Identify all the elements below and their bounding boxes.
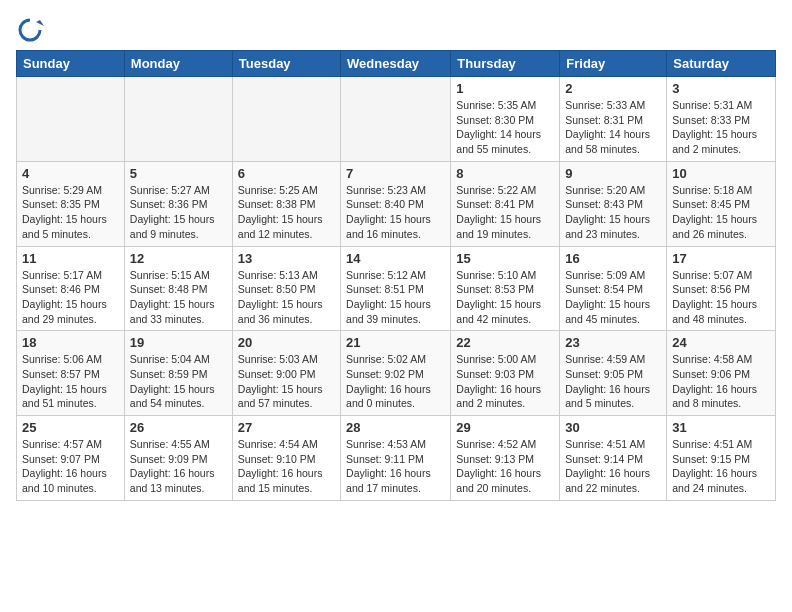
day-info: Sunrise: 5:20 AMSunset: 8:43 PMDaylight:…: [565, 183, 661, 242]
weekday-header-tuesday: Tuesday: [232, 51, 340, 77]
day-info: Sunrise: 5:12 AMSunset: 8:51 PMDaylight:…: [346, 268, 445, 327]
calendar-cell: 28Sunrise: 4:53 AMSunset: 9:11 PMDayligh…: [341, 416, 451, 501]
day-number: 17: [672, 251, 770, 266]
calendar-cell: 15Sunrise: 5:10 AMSunset: 8:53 PMDayligh…: [451, 246, 560, 331]
calendar-cell: 27Sunrise: 4:54 AMSunset: 9:10 PMDayligh…: [232, 416, 340, 501]
day-info: Sunrise: 4:57 AMSunset: 9:07 PMDaylight:…: [22, 437, 119, 496]
day-number: 2: [565, 81, 661, 96]
weekday-header-monday: Monday: [124, 51, 232, 77]
calendar-cell: 14Sunrise: 5:12 AMSunset: 8:51 PMDayligh…: [341, 246, 451, 331]
day-number: 20: [238, 335, 335, 350]
day-info: Sunrise: 5:03 AMSunset: 9:00 PMDaylight:…: [238, 352, 335, 411]
day-info: Sunrise: 5:09 AMSunset: 8:54 PMDaylight:…: [565, 268, 661, 327]
day-info: Sunrise: 5:29 AMSunset: 8:35 PMDaylight:…: [22, 183, 119, 242]
day-number: 22: [456, 335, 554, 350]
calendar-cell: 26Sunrise: 4:55 AMSunset: 9:09 PMDayligh…: [124, 416, 232, 501]
day-number: 15: [456, 251, 554, 266]
day-info: Sunrise: 4:59 AMSunset: 9:05 PMDaylight:…: [565, 352, 661, 411]
day-info: Sunrise: 5:25 AMSunset: 8:38 PMDaylight:…: [238, 183, 335, 242]
calendar-cell: 12Sunrise: 5:15 AMSunset: 8:48 PMDayligh…: [124, 246, 232, 331]
week-row-2: 4Sunrise: 5:29 AMSunset: 8:35 PMDaylight…: [17, 161, 776, 246]
day-number: 31: [672, 420, 770, 435]
day-number: 19: [130, 335, 227, 350]
weekday-header-sunday: Sunday: [17, 51, 125, 77]
calendar-cell: 13Sunrise: 5:13 AMSunset: 8:50 PMDayligh…: [232, 246, 340, 331]
calendar-cell: 10Sunrise: 5:18 AMSunset: 8:45 PMDayligh…: [667, 161, 776, 246]
day-number: 6: [238, 166, 335, 181]
calendar-cell: 4Sunrise: 5:29 AMSunset: 8:35 PMDaylight…: [17, 161, 125, 246]
calendar-cell: [124, 77, 232, 162]
weekday-header-saturday: Saturday: [667, 51, 776, 77]
day-info: Sunrise: 5:17 AMSunset: 8:46 PMDaylight:…: [22, 268, 119, 327]
day-number: 11: [22, 251, 119, 266]
day-number: 30: [565, 420, 661, 435]
day-info: Sunrise: 5:22 AMSunset: 8:41 PMDaylight:…: [456, 183, 554, 242]
day-info: Sunrise: 4:58 AMSunset: 9:06 PMDaylight:…: [672, 352, 770, 411]
calendar-cell: 8Sunrise: 5:22 AMSunset: 8:41 PMDaylight…: [451, 161, 560, 246]
day-info: Sunrise: 5:10 AMSunset: 8:53 PMDaylight:…: [456, 268, 554, 327]
day-info: Sunrise: 4:53 AMSunset: 9:11 PMDaylight:…: [346, 437, 445, 496]
calendar-cell: 29Sunrise: 4:52 AMSunset: 9:13 PMDayligh…: [451, 416, 560, 501]
day-number: 13: [238, 251, 335, 266]
day-number: 7: [346, 166, 445, 181]
day-info: Sunrise: 5:02 AMSunset: 9:02 PMDaylight:…: [346, 352, 445, 411]
weekday-header-row: SundayMondayTuesdayWednesdayThursdayFrid…: [17, 51, 776, 77]
page-header: [16, 16, 776, 44]
calendar-cell: [232, 77, 340, 162]
day-info: Sunrise: 5:33 AMSunset: 8:31 PMDaylight:…: [565, 98, 661, 157]
calendar-cell: 31Sunrise: 4:51 AMSunset: 9:15 PMDayligh…: [667, 416, 776, 501]
calendar-cell: 23Sunrise: 4:59 AMSunset: 9:05 PMDayligh…: [560, 331, 667, 416]
calendar-cell: 18Sunrise: 5:06 AMSunset: 8:57 PMDayligh…: [17, 331, 125, 416]
calendar-cell: [17, 77, 125, 162]
day-number: 18: [22, 335, 119, 350]
calendar-cell: 19Sunrise: 5:04 AMSunset: 8:59 PMDayligh…: [124, 331, 232, 416]
calendar-cell: 11Sunrise: 5:17 AMSunset: 8:46 PMDayligh…: [17, 246, 125, 331]
day-number: 3: [672, 81, 770, 96]
logo-icon: [16, 16, 44, 44]
calendar-cell: 6Sunrise: 5:25 AMSunset: 8:38 PMDaylight…: [232, 161, 340, 246]
day-number: 21: [346, 335, 445, 350]
day-info: Sunrise: 5:00 AMSunset: 9:03 PMDaylight:…: [456, 352, 554, 411]
day-number: 23: [565, 335, 661, 350]
day-number: 12: [130, 251, 227, 266]
day-number: 29: [456, 420, 554, 435]
calendar-cell: 30Sunrise: 4:51 AMSunset: 9:14 PMDayligh…: [560, 416, 667, 501]
day-number: 4: [22, 166, 119, 181]
logo: [16, 16, 48, 44]
day-info: Sunrise: 5:27 AMSunset: 8:36 PMDaylight:…: [130, 183, 227, 242]
day-number: 16: [565, 251, 661, 266]
day-number: 24: [672, 335, 770, 350]
calendar-cell: 25Sunrise: 4:57 AMSunset: 9:07 PMDayligh…: [17, 416, 125, 501]
svg-marker-0: [36, 20, 44, 26]
day-number: 8: [456, 166, 554, 181]
calendar-cell: 2Sunrise: 5:33 AMSunset: 8:31 PMDaylight…: [560, 77, 667, 162]
week-row-1: 1Sunrise: 5:35 AMSunset: 8:30 PMDaylight…: [17, 77, 776, 162]
day-number: 1: [456, 81, 554, 96]
day-number: 14: [346, 251, 445, 266]
day-info: Sunrise: 5:31 AMSunset: 8:33 PMDaylight:…: [672, 98, 770, 157]
day-info: Sunrise: 5:35 AMSunset: 8:30 PMDaylight:…: [456, 98, 554, 157]
calendar-cell: 16Sunrise: 5:09 AMSunset: 8:54 PMDayligh…: [560, 246, 667, 331]
day-info: Sunrise: 5:18 AMSunset: 8:45 PMDaylight:…: [672, 183, 770, 242]
calendar-cell: 17Sunrise: 5:07 AMSunset: 8:56 PMDayligh…: [667, 246, 776, 331]
calendar-cell: 5Sunrise: 5:27 AMSunset: 8:36 PMDaylight…: [124, 161, 232, 246]
day-info: Sunrise: 5:15 AMSunset: 8:48 PMDaylight:…: [130, 268, 227, 327]
day-info: Sunrise: 4:55 AMSunset: 9:09 PMDaylight:…: [130, 437, 227, 496]
day-info: Sunrise: 5:04 AMSunset: 8:59 PMDaylight:…: [130, 352, 227, 411]
calendar-cell: 1Sunrise: 5:35 AMSunset: 8:30 PMDaylight…: [451, 77, 560, 162]
day-info: Sunrise: 4:51 AMSunset: 9:15 PMDaylight:…: [672, 437, 770, 496]
day-number: 26: [130, 420, 227, 435]
calendar-cell: 3Sunrise: 5:31 AMSunset: 8:33 PMDaylight…: [667, 77, 776, 162]
calendar-cell: 7Sunrise: 5:23 AMSunset: 8:40 PMDaylight…: [341, 161, 451, 246]
day-info: Sunrise: 5:13 AMSunset: 8:50 PMDaylight:…: [238, 268, 335, 327]
day-info: Sunrise: 5:06 AMSunset: 8:57 PMDaylight:…: [22, 352, 119, 411]
day-number: 5: [130, 166, 227, 181]
weekday-header-friday: Friday: [560, 51, 667, 77]
day-info: Sunrise: 5:23 AMSunset: 8:40 PMDaylight:…: [346, 183, 445, 242]
week-row-4: 18Sunrise: 5:06 AMSunset: 8:57 PMDayligh…: [17, 331, 776, 416]
day-info: Sunrise: 4:54 AMSunset: 9:10 PMDaylight:…: [238, 437, 335, 496]
calendar-cell: 9Sunrise: 5:20 AMSunset: 8:43 PMDaylight…: [560, 161, 667, 246]
day-number: 25: [22, 420, 119, 435]
day-number: 9: [565, 166, 661, 181]
week-row-3: 11Sunrise: 5:17 AMSunset: 8:46 PMDayligh…: [17, 246, 776, 331]
